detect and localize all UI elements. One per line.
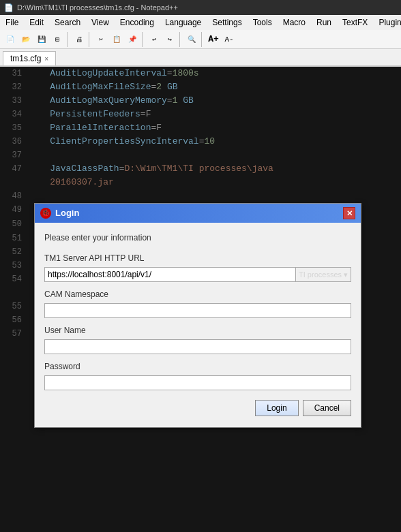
toolbar-sep-4 bbox=[179, 32, 182, 47]
file-tab[interactable]: tm1s.cfg × bbox=[3, 51, 56, 65]
toolbar-sep-5 bbox=[201, 32, 204, 47]
save-button[interactable]: 💾 bbox=[34, 32, 49, 47]
url-dropdown-label: TI processes bbox=[299, 268, 342, 281]
username-input[interactable] bbox=[44, 339, 351, 354]
dialog-subtitle: Please enter your information bbox=[44, 231, 351, 245]
cam-field-row bbox=[44, 303, 351, 318]
tab-close-button[interactable]: × bbox=[44, 55, 48, 63]
title-text: D:\Wim\TM1\TI processes\tm1s.cfg - Notep… bbox=[17, 3, 178, 12]
password-field-row bbox=[44, 375, 351, 390]
username-label: User Name bbox=[44, 324, 351, 337]
copy-button[interactable]: 📋 bbox=[109, 32, 124, 47]
url-input[interactable] bbox=[44, 267, 296, 282]
zoom-out-button[interactable]: A- bbox=[222, 32, 237, 47]
modal-overlay: 🐞 Login ✕ Please enter your information … bbox=[0, 67, 401, 532]
menu-language[interactable]: Language bbox=[160, 15, 207, 30]
save-all-button[interactable]: ⊞ bbox=[50, 32, 65, 47]
toolbar: 📄 📂 💾 ⊞ 🖨 ✂ 📋 📌 ↩ ↪ 🔍 A+ A- bbox=[0, 30, 401, 49]
url-field-row: TI processes ▾ bbox=[44, 267, 351, 282]
password-input[interactable] bbox=[44, 375, 351, 390]
menu-encoding[interactable]: Encoding bbox=[115, 15, 160, 30]
toolbar-sep-2 bbox=[89, 32, 91, 47]
menu-textfx[interactable]: TextFX bbox=[337, 15, 373, 30]
toolbar-sep-3 bbox=[142, 32, 145, 47]
cam-label: CAM Namespace bbox=[44, 287, 351, 301]
menu-tools[interactable]: Tools bbox=[248, 15, 278, 30]
dialog-buttons: Login Cancel bbox=[44, 400, 351, 419]
tab-bar: tm1s.cfg × bbox=[0, 49, 401, 67]
menu-file[interactable]: File bbox=[0, 15, 24, 30]
dialog-title: Login bbox=[55, 206, 79, 220]
menu-settings[interactable]: Settings bbox=[207, 15, 247, 30]
menu-view[interactable]: View bbox=[86, 15, 115, 30]
menu-edit[interactable]: Edit bbox=[24, 15, 49, 30]
cut-button[interactable]: ✂ bbox=[93, 32, 108, 47]
undo-button[interactable]: ↩ bbox=[147, 32, 162, 47]
url-label: TM1 Server API HTTP URL bbox=[44, 251, 351, 265]
login-dialog: 🐞 Login ✕ Please enter your information … bbox=[34, 203, 361, 428]
app-icon: 📄 bbox=[4, 3, 14, 12]
login-button[interactable]: Login bbox=[255, 400, 298, 416]
paste-button[interactable]: 📌 bbox=[125, 32, 140, 47]
dialog-title-bar: 🐞 Login ✕ bbox=[35, 204, 361, 223]
menu-plugins[interactable]: Plugins bbox=[373, 15, 401, 30]
dialog-close-button[interactable]: ✕ bbox=[343, 207, 355, 219]
redo-button[interactable]: ↪ bbox=[162, 32, 177, 47]
find-button[interactable]: 🔍 bbox=[184, 32, 199, 47]
dropdown-arrow-icon: ▾ bbox=[344, 268, 348, 281]
dialog-body: Please enter your information TM1 Server… bbox=[35, 223, 361, 427]
url-dropdown[interactable]: TI processes ▾ bbox=[296, 267, 351, 282]
toolbar-sep-1 bbox=[67, 32, 70, 47]
open-button[interactable]: 📂 bbox=[18, 32, 33, 47]
cam-input[interactable] bbox=[44, 303, 351, 318]
password-label: Password bbox=[44, 360, 351, 373]
tab-label: tm1s.cfg bbox=[10, 54, 41, 63]
menu-search[interactable]: Search bbox=[49, 15, 86, 30]
new-button[interactable]: 📄 bbox=[3, 32, 18, 47]
menu-macro[interactable]: Macro bbox=[278, 15, 311, 30]
menu-bar: File Edit Search View Encoding Language … bbox=[0, 15, 401, 30]
zoom-in-button[interactable]: A+ bbox=[206, 32, 221, 47]
username-field-row bbox=[44, 339, 351, 354]
print-button[interactable]: 🖨 bbox=[72, 32, 87, 47]
title-bar: 📄 D:\Wim\TM1\TI processes\tm1s.cfg - Not… bbox=[0, 0, 401, 15]
menu-run[interactable]: Run bbox=[311, 15, 337, 30]
dialog-icon: 🐞 bbox=[40, 208, 51, 219]
cancel-button[interactable]: Cancel bbox=[303, 400, 351, 416]
code-area: 31 AuditLogUpdateInterval=1800s32 AuditL… bbox=[0, 67, 401, 532]
